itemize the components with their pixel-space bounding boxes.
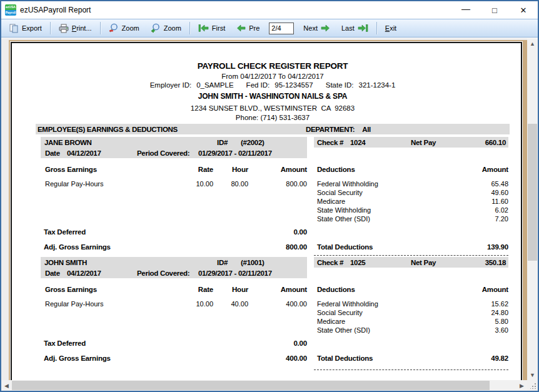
earnings-rows: Regular Pay-Hours 10.00 40.00 400.00 <box>41 299 307 338</box>
earnings-column: Gross Earnings Rate Hour Amount Regular … <box>41 284 307 363</box>
employee-id-label: ID# <box>217 139 241 146</box>
period-value: 01/29/2017 - 02/11/2017 <box>198 149 307 157</box>
print-label: Print... <box>72 24 92 32</box>
tax-deferred-row: Tax Deferred 0.00 <box>41 227 307 237</box>
employee-name: JOHN SMITH <box>41 259 217 266</box>
section-separator <box>314 369 508 370</box>
scroll-down-icon[interactable]: ▼ <box>527 369 538 380</box>
employee-id-value: (#2002) <box>241 139 307 146</box>
employee-section: JOHN SMITH ID# (#1001) Date 04/12/2017 P… <box>41 257 508 370</box>
state-id-label: State ID: <box>326 81 354 89</box>
zoom-in-icon <box>151 23 161 33</box>
vertical-scrollbar-thumb[interactable] <box>528 124 537 261</box>
vertical-scrollbar[interactable]: ▲ ▼ <box>527 38 538 380</box>
last-page-button[interactable]: Last <box>336 21 374 35</box>
next-page-label: Next <box>303 24 318 32</box>
report-title: PAYROLL CHECK REGISTER REPORT <box>36 61 510 71</box>
period-value: 01/29/2017 - 02/11/2017 <box>198 269 307 277</box>
earnings-row: Regular Pay-Hours 10.00 40.00 400.00 <box>41 299 307 308</box>
printer-icon <box>59 24 69 33</box>
minimize-icon[interactable]: — <box>451 1 480 19</box>
zoom-out-icon <box>109 23 119 33</box>
date-label: Date <box>41 269 67 277</box>
window-controls: — □ ✕ <box>451 1 538 19</box>
close-icon[interactable]: ✕ <box>509 1 538 19</box>
scroll-up-icon[interactable]: ▲ <box>527 38 538 49</box>
prev-page-icon <box>236 24 246 33</box>
zoom-in-label: Zoom <box>164 24 181 32</box>
employee-body: Gross Earnings Rate Hour Amount Regular … <box>41 284 508 363</box>
horizontal-scrollbar[interactable]: ◀ ▶ <box>1 380 527 391</box>
company-name: JOHN SMITH - WASHINGTON NAILS & SPA <box>36 92 510 101</box>
export-icon <box>9 24 19 33</box>
section-header-band: EMPLOYEE(S) EARNINGS & DEDUCTIONS DEPART… <box>36 124 510 134</box>
period-label: Period Covered: <box>137 269 198 277</box>
employee-name: JANE BROWN <box>41 139 217 146</box>
page-number-input[interactable] <box>269 23 294 34</box>
company-address: 1234 SUNSET BLVD., WESTMINSTER CA 92683 <box>36 104 510 113</box>
employee-body: Gross Earnings Rate Hour Amount Regular … <box>41 164 508 252</box>
section-title: EMPLOYEE(S) EARNINGS & DEDUCTIONS <box>36 126 178 133</box>
deductions-header-row: Deductions Amount <box>314 164 508 174</box>
first-page-icon <box>198 24 209 33</box>
earnings-rows: Regular Pay-Hours 10.00 80.00 800.00 <box>41 179 307 227</box>
deduction-row: Federal Withholding 15.62 <box>314 299 508 308</box>
prev-page-button[interactable]: Pre <box>231 21 265 35</box>
resize-grip[interactable] <box>530 383 536 389</box>
scroll-right-icon[interactable]: ▶ <box>516 380 527 391</box>
net-pay-label: Net Pay <box>411 139 473 146</box>
net-pay-label: Net Pay <box>411 259 473 266</box>
export-label: Export <box>22 24 42 32</box>
deductions-rows: Federal Withholding 65.48 Social Securit… <box>314 179 508 242</box>
report-preview: PAYROLL CHECK REGISTER REPORT From 04/12… <box>1 38 527 380</box>
employer-id-value: 0_SAMPLE <box>196 81 233 89</box>
fed-id-label: Fed ID: <box>246 81 270 89</box>
zoom-out-button[interactable]: Zoom <box>103 21 145 36</box>
adj-gross-row: Adj. Gross Earnings 400.00 <box>41 353 307 363</box>
exit-button[interactable]: Exit <box>380 22 402 34</box>
earnings-column: Gross Earnings Rate Hour Amount Regular … <box>41 164 307 252</box>
check-number: 1025 <box>350 259 411 266</box>
horizontal-scrollbar-thumb[interactable] <box>12 381 490 390</box>
deduction-row: Social Security 49.60 <box>314 188 508 197</box>
zoom-in-button[interactable]: Zoom <box>145 21 187 36</box>
first-page-button[interactable]: First <box>193 21 231 35</box>
first-page-label: First <box>212 24 225 32</box>
report-page: PAYROLL CHECK REGISTER REPORT From 04/12… <box>11 42 522 380</box>
toolbar-separator <box>100 22 101 34</box>
deduction-row: State Withholding 6.02 <box>314 206 508 214</box>
toolbar-separator <box>376 22 377 34</box>
date-label: Date <box>41 149 67 157</box>
period-label: Period Covered: <box>137 149 198 157</box>
date-value: 04/12/2017 <box>67 149 137 157</box>
report-ids-line: Employer ID:0_SAMPLEFed ID:95-1234557Sta… <box>36 81 510 89</box>
employee-header-left: JOHN SMITH ID# (#1001) Date 04/12/2017 P… <box>41 257 307 278</box>
check-label: Check # <box>314 259 350 266</box>
maximize-icon[interactable]: □ <box>480 1 509 19</box>
next-page-button[interactable]: Next <box>298 21 336 35</box>
fed-id-value: 95-1234557 <box>275 81 313 89</box>
scroll-left-icon[interactable]: ◀ <box>1 380 12 391</box>
total-deductions-row: Total Deductions 49.82 <box>314 353 508 363</box>
scrollbar-corner <box>527 380 538 391</box>
total-deductions-row: Total Deductions 139.90 <box>314 242 508 252</box>
export-button[interactable]: Export <box>4 21 48 36</box>
deductions-header-row: Deductions Amount <box>314 284 508 294</box>
employee-section: JANE BROWN ID# (#2002) Date 04/12/2017 P… <box>41 137 508 252</box>
employee-header: JOHN SMITH ID# (#1001) Date 04/12/2017 P… <box>41 257 508 278</box>
check-label: Check # <box>314 139 350 146</box>
last-page-label: Last <box>341 24 355 32</box>
next-page-icon <box>321 24 330 33</box>
adj-gross-row: Adj. Gross Earnings 800.00 <box>41 242 307 252</box>
earnings-row: Regular Pay-Hours 10.00 80.00 800.00 <box>41 179 307 188</box>
earnings-header-row: Gross Earnings Rate Hour Amount <box>41 284 307 294</box>
print-button[interactable]: Print... <box>53 21 98 36</box>
employee-header-right: Check # 1025 Net Pay 350.18 <box>314 257 508 278</box>
deductions-column: Deductions Amount Federal Withholding 15… <box>314 284 508 363</box>
deduction-row: State Other (SDI) 3.60 <box>314 326 508 334</box>
prev-page-label: Pre <box>249 24 259 32</box>
deduction-row: Federal Withholding 65.48 <box>314 179 508 188</box>
deductions-rows: Federal Withholding 15.62 Social Securit… <box>314 299 508 353</box>
app-icon: ezUSA Payroll <box>5 4 16 16</box>
employee-id-label: ID# <box>217 259 241 266</box>
